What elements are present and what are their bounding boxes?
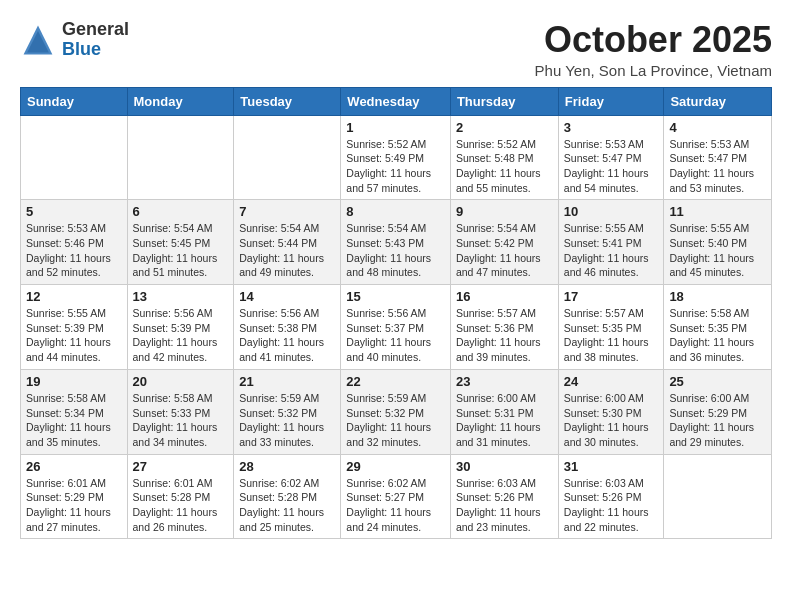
weekday-header-sunday: Sunday <box>21 87 128 115</box>
weekday-header-wednesday: Wednesday <box>341 87 451 115</box>
calendar-cell: 15Sunrise: 5:56 AMSunset: 5:37 PMDayligh… <box>341 285 451 370</box>
day-number: 18 <box>669 289 766 304</box>
calendar-cell: 3Sunrise: 5:53 AMSunset: 5:47 PMDaylight… <box>558 115 664 200</box>
calendar-cell: 20Sunrise: 5:58 AMSunset: 5:33 PMDayligh… <box>127 369 234 454</box>
calendar-cell: 17Sunrise: 5:57 AMSunset: 5:35 PMDayligh… <box>558 285 664 370</box>
day-info: Sunrise: 6:00 AMSunset: 5:30 PMDaylight:… <box>564 391 659 450</box>
day-number: 13 <box>133 289 229 304</box>
day-info: Sunrise: 5:55 AMSunset: 5:39 PMDaylight:… <box>26 306 122 365</box>
day-number: 7 <box>239 204 335 219</box>
calendar-cell: 7Sunrise: 5:54 AMSunset: 5:44 PMDaylight… <box>234 200 341 285</box>
day-number: 17 <box>564 289 659 304</box>
day-info: Sunrise: 5:56 AMSunset: 5:37 PMDaylight:… <box>346 306 445 365</box>
calendar-cell: 26Sunrise: 6:01 AMSunset: 5:29 PMDayligh… <box>21 454 128 539</box>
day-number: 8 <box>346 204 445 219</box>
calendar-cell: 4Sunrise: 5:53 AMSunset: 5:47 PMDaylight… <box>664 115 772 200</box>
month-title: October 2025 <box>535 20 772 60</box>
calendar-cell <box>664 454 772 539</box>
calendar-cell: 22Sunrise: 5:59 AMSunset: 5:32 PMDayligh… <box>341 369 451 454</box>
day-number: 6 <box>133 204 229 219</box>
day-number: 4 <box>669 120 766 135</box>
calendar-cell: 11Sunrise: 5:55 AMSunset: 5:40 PMDayligh… <box>664 200 772 285</box>
day-number: 27 <box>133 459 229 474</box>
day-info: Sunrise: 5:53 AMSunset: 5:47 PMDaylight:… <box>564 137 659 196</box>
weekday-header-monday: Monday <box>127 87 234 115</box>
day-info: Sunrise: 5:52 AMSunset: 5:48 PMDaylight:… <box>456 137 553 196</box>
week-row-3: 12Sunrise: 5:55 AMSunset: 5:39 PMDayligh… <box>21 285 772 370</box>
day-info: Sunrise: 5:57 AMSunset: 5:35 PMDaylight:… <box>564 306 659 365</box>
day-number: 20 <box>133 374 229 389</box>
calendar-cell: 24Sunrise: 6:00 AMSunset: 5:30 PMDayligh… <box>558 369 664 454</box>
calendar-cell <box>127 115 234 200</box>
day-number: 19 <box>26 374 122 389</box>
day-number: 15 <box>346 289 445 304</box>
header: General Blue October 2025 Phu Yen, Son L… <box>20 20 772 79</box>
day-number: 29 <box>346 459 445 474</box>
weekday-header-row: SundayMondayTuesdayWednesdayThursdayFrid… <box>21 87 772 115</box>
calendar-cell: 12Sunrise: 5:55 AMSunset: 5:39 PMDayligh… <box>21 285 128 370</box>
day-info: Sunrise: 6:03 AMSunset: 5:26 PMDaylight:… <box>564 476 659 535</box>
calendar-cell: 25Sunrise: 6:00 AMSunset: 5:29 PMDayligh… <box>664 369 772 454</box>
day-number: 11 <box>669 204 766 219</box>
calendar-cell: 19Sunrise: 5:58 AMSunset: 5:34 PMDayligh… <box>21 369 128 454</box>
calendar-table: SundayMondayTuesdayWednesdayThursdayFrid… <box>20 87 772 540</box>
day-info: Sunrise: 5:58 AMSunset: 5:34 PMDaylight:… <box>26 391 122 450</box>
day-info: Sunrise: 6:02 AMSunset: 5:27 PMDaylight:… <box>346 476 445 535</box>
calendar-cell: 16Sunrise: 5:57 AMSunset: 5:36 PMDayligh… <box>450 285 558 370</box>
day-number: 5 <box>26 204 122 219</box>
day-info: Sunrise: 5:54 AMSunset: 5:43 PMDaylight:… <box>346 221 445 280</box>
calendar-cell: 23Sunrise: 6:00 AMSunset: 5:31 PMDayligh… <box>450 369 558 454</box>
calendar-cell: 29Sunrise: 6:02 AMSunset: 5:27 PMDayligh… <box>341 454 451 539</box>
logo-icon <box>20 22 56 58</box>
day-info: Sunrise: 6:01 AMSunset: 5:28 PMDaylight:… <box>133 476 229 535</box>
week-row-5: 26Sunrise: 6:01 AMSunset: 5:29 PMDayligh… <box>21 454 772 539</box>
week-row-4: 19Sunrise: 5:58 AMSunset: 5:34 PMDayligh… <box>21 369 772 454</box>
logo-text: General Blue <box>62 20 129 60</box>
day-info: Sunrise: 5:59 AMSunset: 5:32 PMDaylight:… <box>346 391 445 450</box>
day-number: 23 <box>456 374 553 389</box>
calendar-cell: 18Sunrise: 5:58 AMSunset: 5:35 PMDayligh… <box>664 285 772 370</box>
calendar-cell: 2Sunrise: 5:52 AMSunset: 5:48 PMDaylight… <box>450 115 558 200</box>
day-number: 24 <box>564 374 659 389</box>
calendar-cell: 28Sunrise: 6:02 AMSunset: 5:28 PMDayligh… <box>234 454 341 539</box>
day-info: Sunrise: 5:55 AMSunset: 5:41 PMDaylight:… <box>564 221 659 280</box>
location-subtitle: Phu Yen, Son La Province, Vietnam <box>535 62 772 79</box>
day-info: Sunrise: 6:03 AMSunset: 5:26 PMDaylight:… <box>456 476 553 535</box>
day-number: 14 <box>239 289 335 304</box>
day-number: 21 <box>239 374 335 389</box>
calendar-cell: 13Sunrise: 5:56 AMSunset: 5:39 PMDayligh… <box>127 285 234 370</box>
calendar-cell <box>234 115 341 200</box>
day-info: Sunrise: 6:01 AMSunset: 5:29 PMDaylight:… <box>26 476 122 535</box>
day-info: Sunrise: 5:54 AMSunset: 5:44 PMDaylight:… <box>239 221 335 280</box>
day-info: Sunrise: 6:00 AMSunset: 5:31 PMDaylight:… <box>456 391 553 450</box>
calendar-cell: 10Sunrise: 5:55 AMSunset: 5:41 PMDayligh… <box>558 200 664 285</box>
week-row-2: 5Sunrise: 5:53 AMSunset: 5:46 PMDaylight… <box>21 200 772 285</box>
logo: General Blue <box>20 20 129 60</box>
weekday-header-thursday: Thursday <box>450 87 558 115</box>
day-info: Sunrise: 5:53 AMSunset: 5:47 PMDaylight:… <box>669 137 766 196</box>
calendar-cell: 1Sunrise: 5:52 AMSunset: 5:49 PMDaylight… <box>341 115 451 200</box>
day-number: 30 <box>456 459 553 474</box>
day-info: Sunrise: 5:58 AMSunset: 5:33 PMDaylight:… <box>133 391 229 450</box>
weekday-header-tuesday: Tuesday <box>234 87 341 115</box>
calendar-cell: 14Sunrise: 5:56 AMSunset: 5:38 PMDayligh… <box>234 285 341 370</box>
calendar-cell: 5Sunrise: 5:53 AMSunset: 5:46 PMDaylight… <box>21 200 128 285</box>
day-number: 9 <box>456 204 553 219</box>
title-block: October 2025 Phu Yen, Son La Province, V… <box>535 20 772 79</box>
day-info: Sunrise: 5:57 AMSunset: 5:36 PMDaylight:… <box>456 306 553 365</box>
logo-blue: Blue <box>62 40 129 60</box>
calendar-cell: 8Sunrise: 5:54 AMSunset: 5:43 PMDaylight… <box>341 200 451 285</box>
calendar-cell: 30Sunrise: 6:03 AMSunset: 5:26 PMDayligh… <box>450 454 558 539</box>
day-number: 31 <box>564 459 659 474</box>
day-info: Sunrise: 6:02 AMSunset: 5:28 PMDaylight:… <box>239 476 335 535</box>
logo-general: General <box>62 20 129 40</box>
day-number: 25 <box>669 374 766 389</box>
day-info: Sunrise: 5:53 AMSunset: 5:46 PMDaylight:… <box>26 221 122 280</box>
day-info: Sunrise: 5:54 AMSunset: 5:45 PMDaylight:… <box>133 221 229 280</box>
day-number: 28 <box>239 459 335 474</box>
day-info: Sunrise: 5:59 AMSunset: 5:32 PMDaylight:… <box>239 391 335 450</box>
calendar-cell: 6Sunrise: 5:54 AMSunset: 5:45 PMDaylight… <box>127 200 234 285</box>
calendar-cell: 27Sunrise: 6:01 AMSunset: 5:28 PMDayligh… <box>127 454 234 539</box>
day-number: 10 <box>564 204 659 219</box>
day-info: Sunrise: 5:54 AMSunset: 5:42 PMDaylight:… <box>456 221 553 280</box>
